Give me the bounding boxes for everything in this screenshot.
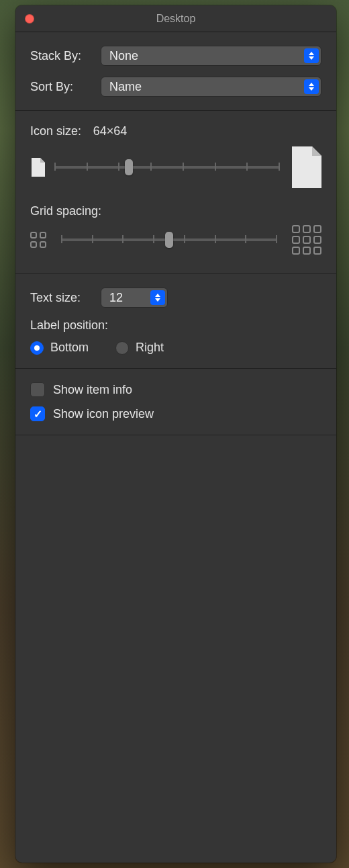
traffic-lights xyxy=(25,14,34,24)
sort-panel: Stack By: None Sort By: Name xyxy=(15,32,336,111)
file-small-icon xyxy=(30,158,45,177)
sizing-panel: Icon size: 64×64 Grid spacing xyxy=(15,111,336,274)
slider-ticks xyxy=(54,163,280,172)
text-size-value: 12 xyxy=(109,291,123,305)
empty-space xyxy=(15,435,336,863)
sort-by-label: Sort By: xyxy=(30,80,101,94)
checkbox-label: Show item info xyxy=(53,383,132,397)
chevron-up-down-icon xyxy=(150,290,165,305)
file-large-icon xyxy=(289,146,321,188)
checkbox-checked-icon xyxy=(30,406,45,421)
checkbox-unchecked-icon xyxy=(30,382,45,397)
stack-by-value: None xyxy=(109,49,138,63)
window-title: Desktop xyxy=(15,13,336,25)
options-panel: Show item info Show icon preview xyxy=(15,369,336,435)
radio-checked-icon xyxy=(30,341,44,355)
label-position-label: Label position: xyxy=(30,318,321,333)
grid-spacing-label: Grid spacing: xyxy=(30,204,321,218)
sort-by-value: Name xyxy=(109,80,142,94)
close-button[interactable] xyxy=(25,14,34,24)
stack-by-select[interactable]: None xyxy=(101,46,321,66)
grid-small-icon xyxy=(30,232,46,248)
slider-thumb[interactable] xyxy=(165,232,173,248)
chevron-up-down-icon xyxy=(304,48,319,63)
radio-unchecked-icon xyxy=(115,341,129,355)
grid-large-icon xyxy=(292,225,321,255)
slider-thumb[interactable] xyxy=(125,159,133,175)
text-size-label: Text size: xyxy=(30,291,101,305)
grid-spacing-slider[interactable] xyxy=(61,230,277,250)
text-size-select[interactable]: 12 xyxy=(101,288,168,308)
label-position-right-radio[interactable]: Right xyxy=(115,341,164,355)
sort-by-select[interactable]: Name xyxy=(101,77,321,97)
radio-label: Right xyxy=(136,341,164,355)
icon-size-value: 64×64 xyxy=(93,124,128,138)
chevron-up-down-icon xyxy=(304,79,319,94)
label-position-bottom-radio[interactable]: Bottom xyxy=(30,341,89,355)
radio-label: Bottom xyxy=(50,341,89,355)
icon-size-label: Icon size: xyxy=(30,124,81,138)
show-item-info-checkbox[interactable]: Show item info xyxy=(30,382,321,397)
stack-by-label: Stack By: xyxy=(30,49,101,63)
show-icon-preview-checkbox[interactable]: Show icon preview xyxy=(30,406,321,421)
text-panel: Text size: 12 Label position: Bottom Rig… xyxy=(15,274,336,369)
titlebar[interactable]: Desktop xyxy=(15,5,336,32)
checkbox-label: Show icon preview xyxy=(53,407,154,421)
view-options-window: Desktop Stack By: None Sort By: Name Ico… xyxy=(15,5,336,863)
icon-size-slider[interactable] xyxy=(54,157,280,177)
